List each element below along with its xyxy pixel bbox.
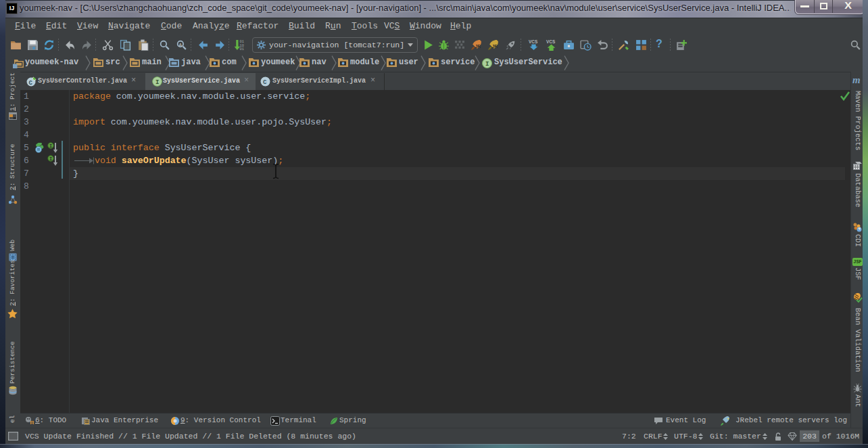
svg-text:VCS: VCS — [529, 39, 537, 44]
svg-text:JR: JR — [475, 44, 481, 49]
svg-text:I: I — [49, 156, 52, 162]
svg-text:I: I — [155, 79, 159, 86]
svg-text:I: I — [49, 143, 52, 149]
svg-text:01: 01 — [240, 47, 244, 51]
svg-text:C: C — [263, 79, 267, 86]
svg-text:VCS: VCS — [546, 39, 555, 44]
svg-text:JR: JR — [491, 44, 498, 49]
svg-text:C: C — [29, 80, 33, 87]
svg-text:I: I — [485, 61, 489, 68]
svg-text:A: A — [178, 42, 182, 48]
